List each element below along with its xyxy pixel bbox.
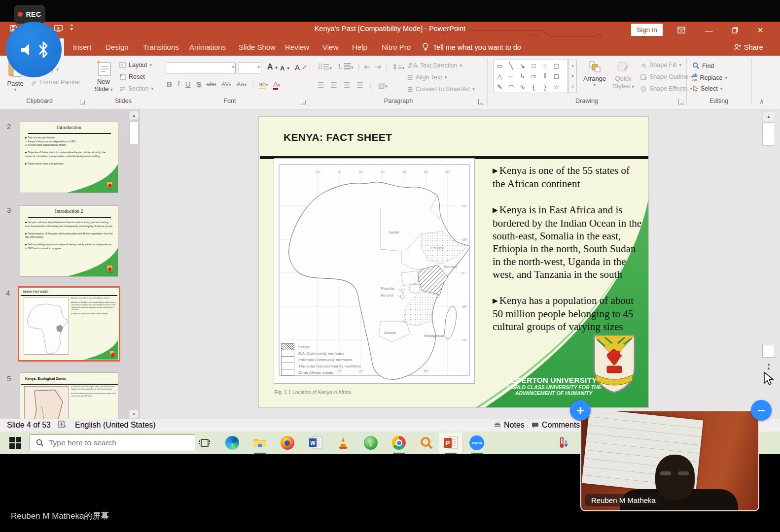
grow-font-button[interactable]: A▴ — [267, 63, 278, 71]
text-direction-button[interactable]: ⇵A Text Direction▾ — [407, 62, 462, 69]
tab-view[interactable]: View — [319, 38, 341, 56]
close-button[interactable]: × — [750, 22, 770, 38]
thumbnail-scroll-down-button[interactable]: ▼ — [129, 410, 139, 419]
tab-review[interactable]: Review — [282, 38, 312, 56]
tab-transitions[interactable]: Transitions — [140, 38, 182, 56]
convert-to-smartart-button[interactable]: ⊞ Convert to SmartArt▾ — [407, 85, 475, 93]
character-spacing-button[interactable]: AV▾ — [221, 81, 231, 88]
firefox-icon[interactable] — [280, 435, 295, 450]
weather-widget-icon[interactable] — [556, 435, 571, 450]
thumbnail-slide-3[interactable]: Introduction 2 ▶ Kenya's culture is fair… — [20, 205, 118, 277]
slide-scroll-up-button[interactable]: ▲ — [762, 111, 775, 121]
zoom-app-icon[interactable]: zoom — [469, 435, 484, 450]
thumbnail-slide-5[interactable]: Kenya: Ecological Zones ▶ Kenya has a va… — [20, 372, 118, 419]
italic-button[interactable]: I — [177, 80, 180, 88]
task-view-icon[interactable] — [197, 435, 212, 450]
slide-canvas[interactable]: KENYA: FACT SHEET — [258, 116, 649, 408]
font-dialog-launcher[interactable] — [301, 99, 306, 104]
thumbnail-slide-4-selected[interactable]: KENYA: FACT SHEET ▶Kenya is one of the 5… — [18, 286, 120, 362]
shapes-gallery[interactable]: ▭╲↘□○▢ △⌐↳⇨⇩◻ ✎◠∿{}☆ — [493, 60, 568, 93]
start-button[interactable] — [8, 435, 23, 450]
clear-formatting-button[interactable]: A — [295, 63, 307, 71]
layout-button[interactable]: Layout▾ — [119, 62, 152, 68]
thumbnail-scrollbar-thumb[interactable] — [129, 122, 139, 144]
collapse-ribbon-button[interactable]: ∧ — [759, 98, 764, 105]
ribbon-display-options-button[interactable] — [672, 22, 691, 38]
clipboard-dialog-launcher[interactable] — [80, 99, 85, 104]
slide-scroll-down-button[interactable] — [762, 345, 775, 358]
restore-button[interactable] — [725, 22, 745, 38]
highlight-color-button[interactable]: ab▾ — [259, 81, 268, 88]
font-color-button[interactable]: A▾ — [273, 80, 280, 88]
chrome-icon[interactable] — [391, 435, 406, 450]
strikethrough-button[interactable]: abc — [207, 81, 216, 88]
shape-effects-button[interactable]: Shape Effects▾ — [640, 85, 692, 92]
text-shadow-button[interactable]: S — [196, 80, 201, 88]
edge-icon[interactable] — [225, 435, 240, 450]
replace-button[interactable]: abac Replace▾ — [692, 73, 727, 82]
notes-button[interactable]: Notes — [494, 421, 525, 430]
justify-button[interactable]: ☰ — [356, 81, 363, 90]
select-button[interactable]: Select▾ — [692, 85, 722, 92]
vlc-icon[interactable] — [336, 435, 351, 450]
participant-video[interactable]: Reuben M Matheka — [580, 410, 759, 511]
taskbar-search[interactable] — [30, 434, 195, 451]
video-shrink-button[interactable]: − — [751, 400, 772, 421]
idm-icon[interactable]: ↓ — [363, 435, 378, 450]
shapes-gallery-scroll[interactable]: ▴▾⍗ — [568, 60, 577, 93]
zoom-audio-button[interactable] — [6, 22, 62, 77]
font-size-combobox[interactable] — [239, 63, 261, 73]
video-enlarge-button[interactable]: + — [570, 400, 591, 421]
thumbnail-slide-2[interactable]: Introduction ▶ This is a two part-lectur… — [20, 122, 118, 193]
search-input[interactable] — [49, 438, 177, 447]
previous-slide-button[interactable]: ▲▲ — [762, 363, 775, 371]
bold-button[interactable]: B — [167, 80, 172, 88]
paragraph-dialog-launcher[interactable] — [478, 99, 484, 104]
align-right-button[interactable]: ☰ — [344, 81, 350, 90]
shrink-font-button[interactable]: A▾ — [280, 65, 289, 72]
tab-slide-show[interactable]: Slide Show — [236, 38, 279, 56]
tab-animations[interactable]: Animations — [186, 38, 229, 56]
align-text-button[interactable]: ⊟ Align Text▾ — [407, 73, 447, 81]
share-button[interactable]: Share — [733, 38, 763, 56]
section-button[interactable]: Section▾ — [119, 85, 153, 92]
columns-button[interactable]: ▥▾ — [378, 81, 388, 90]
slide-number-2: 2 — [7, 122, 11, 131]
arrange-button[interactable]: Arrange ▾ — [581, 61, 608, 87]
drawing-dialog-launcher[interactable] — [678, 99, 684, 104]
align-left-button[interactable]: ☰ — [318, 81, 324, 90]
find-button[interactable]: Find — [692, 62, 714, 69]
file-explorer-icon[interactable] — [252, 435, 267, 450]
search-app-icon[interactable] — [419, 435, 434, 450]
new-slide-button[interactable]: New Slide ▾ — [91, 60, 116, 93]
line-spacing-button[interactable]: ⇕≡▾ — [391, 63, 404, 71]
align-center-button[interactable]: ☰ — [330, 81, 337, 90]
minimize-button[interactable]: — — [699, 22, 719, 38]
powerpoint-icon[interactable]: P — [443, 435, 458, 450]
tab-help[interactable]: Help — [349, 38, 370, 56]
font-name-combobox[interactable] — [166, 63, 236, 73]
slide-scrollbar-thumb[interactable] — [762, 122, 775, 146]
sign-in-button[interactable]: Sign in — [631, 24, 663, 36]
shape-fill-button[interactable]: Shape Fill▾ — [640, 62, 681, 68]
comments-button[interactable]: Comments — [532, 421, 580, 430]
tab-insert[interactable]: Insert — [70, 38, 95, 56]
change-case-button[interactable]: Aa▾ — [237, 80, 247, 88]
reset-button[interactable]: Reset — [119, 73, 145, 80]
format-painter-button[interactable]: Format Painter — [31, 79, 80, 86]
thumbnail-scroll-up-button[interactable]: ▲ — [129, 111, 139, 120]
language-indicator[interactable]: English (United States) — [75, 421, 156, 430]
underline-button[interactable]: U — [185, 80, 191, 88]
bullets-button[interactable]: ⠿☰▾ — [318, 63, 332, 71]
quick-styles-button[interactable]: Quick Styles ▾ — [610, 61, 636, 90]
decrease-indent-button[interactable]: ⇤ — [364, 63, 370, 71]
tab-nitro-pro[interactable]: Nitro Pro — [379, 38, 414, 56]
tab-design[interactable]: Design — [103, 38, 132, 56]
accessibility-checker-icon[interactable] — [58, 421, 67, 428]
increase-indent-button[interactable]: ⇥ — [375, 63, 381, 71]
tell-me-box[interactable]: Tell me what you want to do — [422, 38, 521, 56]
shape-outline-button[interactable]: Shape Outline▾ — [640, 73, 693, 80]
map-label-zambia: Zambia — [384, 331, 396, 335]
word-icon[interactable]: W — [308, 435, 323, 450]
numbering-button[interactable]: ⒈☰▾ — [336, 62, 354, 71]
